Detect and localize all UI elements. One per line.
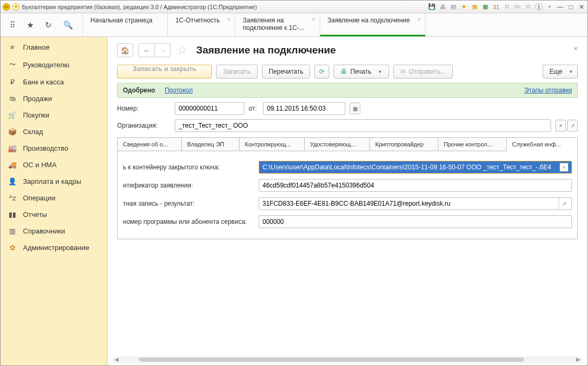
back-button[interactable]: ←: [138, 43, 154, 57]
sidebar-item-label: Справочники: [23, 227, 65, 235]
save-button[interactable]: Записать: [216, 65, 257, 79]
date-field[interactable]: 09.11.2015 16:50:03: [263, 102, 345, 115]
cart-icon: 🛒: [8, 111, 17, 119]
protocol-link[interactable]: Протокол: [165, 87, 193, 94]
tab-applications-list[interactable]: Заявления на подключение к 1С-... ×: [235, 13, 320, 36]
grid-icon[interactable]: ▦: [471, 3, 478, 11]
sidebar-item-main[interactable]: ≡Главное: [1, 39, 107, 56]
open-org-button[interactable]: ↗: [567, 120, 578, 131]
tab-certifying[interactable]: Удостоверяющ...: [305, 138, 370, 151]
factory-icon: 🏭: [8, 144, 17, 152]
sidebar-item-label: Руководителю: [23, 61, 69, 69]
sort-icon: ᴬᴢ: [8, 194, 17, 202]
reread-button[interactable]: Перечитать: [262, 65, 311, 79]
sidebar-item-sales[interactable]: 🛍Продажи: [1, 90, 107, 107]
info-icon[interactable]: i: [535, 3, 543, 11]
sidebar-item-bank[interactable]: ₽Банк и касса: [1, 74, 107, 90]
sidebar-item-warehouse[interactable]: 📦Склад: [1, 123, 107, 140]
book-icon: ▥: [8, 227, 17, 235]
memory-m-minus[interactable]: M-: [524, 3, 532, 11]
sidebar-item-label: Производство: [23, 144, 68, 152]
refresh-doc-button[interactable]: ⟳: [314, 65, 329, 79]
tab-about[interactable]: Сведения об о...: [118, 138, 182, 151]
truck-icon: 🚚: [8, 161, 17, 169]
horizontal-scrollbar[interactable]: ◀ ▶: [112, 356, 583, 363]
reg-number-label: номер программы или абонента сервиса:: [123, 218, 254, 225]
save-icon[interactable]: 💾: [428, 3, 436, 11]
close-icon[interactable]: ×: [312, 17, 315, 22]
info-dropdown-icon[interactable]: ▾: [546, 3, 553, 11]
tab-home[interactable]: Начальная страница: [83, 13, 168, 36]
tab-other-ctrl[interactable]: Прочие контрол...: [438, 138, 507, 151]
calendar-icon[interactable]: 31: [492, 3, 500, 11]
sidebar-item-assets[interactable]: 🚚ОС и НМА: [1, 157, 107, 173]
titlebar-toolbar: 💾 🖶 ▤ ★ ▦ ▦ 31 M M+ M- i ▾ — □ ✕: [428, 3, 585, 11]
close-window-icon[interactable]: ✕: [578, 3, 585, 11]
clear-org-button[interactable]: ×: [555, 120, 566, 131]
tab-crypto[interactable]: Криптопровайдер: [370, 138, 438, 151]
tab-1c-reporting[interactable]: 1С-Отчетность ×: [168, 13, 235, 36]
apps-icon[interactable]: ⠿: [10, 20, 16, 30]
tab-label-line1: Заявления на: [243, 17, 284, 24]
page-header: 🏠 ← → ☆ Заявление на подключение ×: [117, 43, 578, 57]
sidebar-item-admin[interactable]: ✿Администрирование: [1, 239, 107, 256]
scroll-thumb[interactable]: [139, 357, 524, 362]
memory-m[interactable]: M: [503, 3, 510, 11]
print-button[interactable]: 🖶Печать▼: [334, 65, 389, 79]
save-and-close-button[interactable]: Записать и закрыть: [117, 65, 212, 79]
sidebar-item-label: ОС и НМА: [23, 161, 57, 169]
scroll-left-icon[interactable]: ◀: [113, 356, 120, 363]
sidebar-item-label: Администрирование: [23, 244, 89, 252]
search-icon[interactable]: 🔍: [63, 20, 73, 30]
forward-button[interactable]: →: [154, 43, 171, 57]
ruble-icon: ₽: [8, 78, 17, 86]
favorite-toggle-icon[interactable]: ☆: [177, 43, 188, 57]
close-icon[interactable]: ×: [417, 17, 421, 22]
sidebar-item-operations[interactable]: ᴬᴢОперации: [1, 190, 107, 206]
close-icon[interactable]: ×: [228, 17, 231, 22]
more-button[interactable]: Еще▼: [543, 65, 578, 79]
tab-label: 1С-Отчетность: [175, 17, 220, 24]
memory-m-plus[interactable]: M+: [514, 3, 521, 11]
open-result-button[interactable]: ↗: [559, 198, 568, 209]
tab-label-line2: подключение к 1С-...: [243, 24, 304, 32]
tab-owner[interactable]: Владелец ЭП: [182, 138, 239, 151]
sidebar-item-reports[interactable]: ▮▮Отчеты: [1, 206, 107, 223]
sidebar-item-manager[interactable]: 〜Руководителю: [1, 56, 107, 74]
gear-icon: ✿: [8, 244, 17, 252]
container-path-row: ь к контейнеру закрытого ключа: C:\Users…: [123, 161, 572, 174]
more-label: Еще: [550, 68, 562, 75]
document-toolbar: Записать и закрыть Записать Перечитать ⟳…: [117, 65, 578, 79]
send-stages-link[interactable]: Этапы отправки: [524, 87, 572, 94]
app-id-field[interactable]: 46cd59cdf014457a8b57e4150396d504: [259, 179, 572, 192]
sidebar-item-payroll[interactable]: 👤Зарплата и кадры: [1, 173, 107, 190]
scroll-right-icon[interactable]: ▶: [575, 356, 582, 363]
number-field[interactable]: 00000000011: [175, 102, 244, 115]
minimize-icon[interactable]: —: [556, 3, 564, 11]
organization-field[interactable]: _тест_Тест_тест_ ООО: [175, 119, 551, 132]
doc-icon[interactable]: ▤: [450, 3, 457, 11]
tab-service-info[interactable]: Служебная инф...: [507, 138, 577, 151]
result-account-label: тная запись - результат:: [123, 200, 254, 207]
result-account-field[interactable]: 31FCD833-E6EF-4E81-B9CC-BAB149E01A71@rep…: [259, 197, 572, 210]
favorite-icon[interactable]: ★: [460, 3, 468, 11]
container-path-field[interactable]: C:\Users\user\AppData\Local\Infotecs\Con…: [259, 161, 572, 174]
history-icon[interactable]: ↻: [45, 20, 52, 30]
print-icon[interactable]: 🖶: [439, 3, 446, 11]
tab-controlling[interactable]: Контролирующ...: [239, 138, 305, 151]
home-button[interactable]: 🏠: [117, 43, 133, 57]
printer-icon: 🖶: [341, 68, 347, 75]
sidebar-item-production[interactable]: 🏭Производство: [1, 140, 107, 157]
page-close-icon[interactable]: ×: [574, 44, 578, 53]
sidebar-item-catalogs[interactable]: ▥Справочники: [1, 223, 107, 239]
reg-number-field[interactable]: 000000: [259, 215, 572, 228]
send-button[interactable]: ✉Отправить...: [393, 65, 453, 79]
maximize-icon[interactable]: □: [567, 3, 575, 11]
calculator-icon[interactable]: ▦: [482, 3, 489, 11]
tab-application[interactable]: Заявление на подключение ×: [320, 13, 425, 36]
titlebar-dropdown-icon[interactable]: ▾: [12, 3, 20, 11]
sidebar-item-purchases[interactable]: 🛒Покупки: [1, 107, 107, 123]
calendar-button[interactable]: ▦: [350, 103, 360, 114]
star-icon[interactable]: ★: [27, 20, 34, 30]
window-title: Бухгалтерия предприятия (базовая), редак…: [22, 4, 426, 10]
